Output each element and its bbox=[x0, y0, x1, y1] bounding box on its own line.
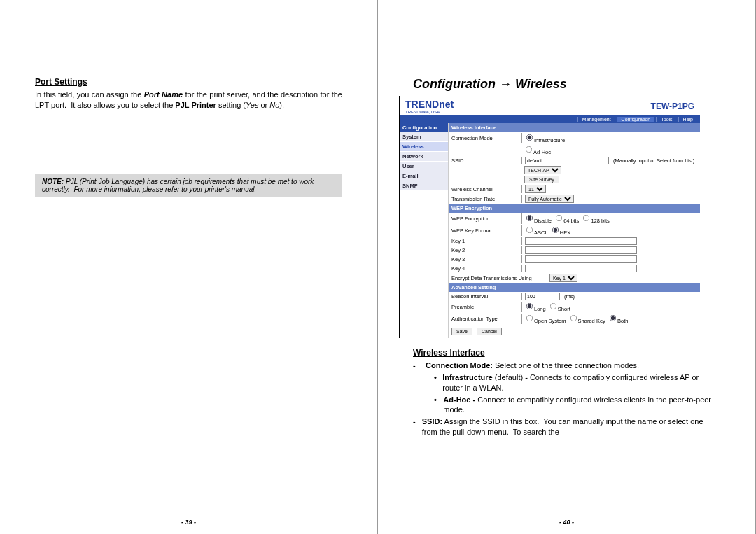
main-panel: Wireless Interface Connection Mode Infra… bbox=[449, 123, 700, 338]
encrypt-key-select[interactable]: Key 1 bbox=[550, 274, 578, 282]
infrastructure-desc: Infrastructure (default) - Connects to c… bbox=[442, 372, 720, 393]
key4-input[interactable] bbox=[525, 265, 637, 272]
label-ssid: SSID bbox=[451, 157, 522, 164]
label-preamble: Preamble bbox=[451, 304, 522, 310]
label-connection-mode: Connection Mode bbox=[451, 135, 522, 141]
port-settings-heading: Port Settings bbox=[35, 77, 342, 87]
sidebar-header: Configuration bbox=[400, 123, 448, 132]
router-interface-screenshot: TRENDnet TRENDware, USA TEW-P1PG Managem… bbox=[399, 96, 700, 338]
pjl-note-box: NOTE: PJL (Print Job Language) has certa… bbox=[35, 174, 342, 197]
nav-management[interactable]: Management bbox=[578, 117, 615, 122]
sidebar-item-system[interactable]: System bbox=[400, 132, 448, 142]
nav-configuration[interactable]: Configuration bbox=[617, 117, 655, 122]
brand-logo: TRENDnet TRENDware, USA bbox=[405, 99, 454, 114]
label-key3: Key 3 bbox=[451, 256, 522, 262]
radio-wep-64[interactable] bbox=[556, 215, 562, 221]
radio-preamble-short[interactable] bbox=[550, 303, 556, 309]
page-number-left: - 39 - bbox=[0, 519, 377, 526]
sidebar-item-network[interactable]: Network bbox=[400, 152, 448, 162]
section-wep: WEP Encryption bbox=[449, 204, 700, 213]
sidebar-item-user[interactable]: User bbox=[400, 162, 448, 171]
ssid-select[interactable]: TECH-AP bbox=[524, 166, 561, 174]
radio-preamble-long[interactable] bbox=[526, 303, 533, 309]
sidebar: Configuration System Wireless Network Us… bbox=[400, 123, 449, 338]
radio-both[interactable] bbox=[610, 315, 616, 321]
label-key1: Key 1 bbox=[451, 238, 522, 244]
site-survey-button[interactable]: Site Survey bbox=[524, 176, 559, 183]
section-advanced: Advanced Setting bbox=[449, 283, 700, 292]
nav-help[interactable]: Help bbox=[678, 117, 697, 122]
section-wireless-interface: Wireless Interface bbox=[449, 123, 700, 132]
label-auth-type: Authentication Type bbox=[451, 316, 522, 322]
key3-input[interactable] bbox=[525, 255, 637, 263]
beacon-input[interactable] bbox=[525, 293, 560, 300]
label-channel: Wireless Channel bbox=[451, 186, 522, 192]
label-encrypt-using: Encrypt Data Transmissions Using bbox=[451, 275, 550, 281]
port-settings-paragraph: In this field, you can assign the Port N… bbox=[35, 90, 342, 111]
key1-input[interactable] bbox=[525, 237, 637, 245]
radio-wep-disable[interactable] bbox=[526, 215, 533, 221]
radio-shared[interactable] bbox=[570, 315, 577, 321]
key2-input[interactable] bbox=[525, 246, 637, 254]
config-wireless-heading: Configuration → Wireless bbox=[413, 77, 720, 92]
sidebar-item-wireless[interactable]: Wireless bbox=[400, 142, 448, 152]
label-beacon: Beacon Interval bbox=[451, 293, 522, 300]
label-wep: WEP Encryption bbox=[451, 216, 522, 222]
ssid-hint: (Manually Input or Select from List) bbox=[613, 157, 694, 164]
label-key4: Key 4 bbox=[451, 265, 522, 272]
description-list: Connection Mode: Select one of the three… bbox=[413, 360, 720, 437]
save-button[interactable]: Save bbox=[451, 328, 472, 335]
radio-open[interactable] bbox=[526, 315, 533, 321]
right-page: Configuration → Wireless TRENDnet TRENDw… bbox=[378, 0, 756, 534]
nav-tools[interactable]: Tools bbox=[656, 117, 676, 122]
sidebar-item-email[interactable]: E-mail bbox=[400, 171, 448, 181]
channel-select[interactable]: 11 bbox=[525, 185, 546, 193]
model-label: TEW-P1PG bbox=[651, 101, 694, 111]
label-rate: Transmission Rate bbox=[451, 196, 522, 202]
radio-wep-128[interactable] bbox=[583, 215, 589, 221]
adhoc-desc: Ad-Hoc - Connect to compatibly configure… bbox=[443, 395, 720, 416]
connection-mode-desc: Connection Mode: Select one of the three… bbox=[426, 360, 639, 371]
page-number-right: - 40 - bbox=[378, 519, 755, 526]
label-key2: Key 2 bbox=[451, 247, 522, 253]
radio-hex[interactable] bbox=[552, 227, 559, 233]
radio-ascii[interactable] bbox=[526, 227, 533, 233]
top-nav: Management Configuration Tools Help bbox=[400, 115, 700, 123]
ssid-desc: SSID: Assign the SSID in this box. You c… bbox=[422, 416, 720, 437]
sidebar-item-snmp[interactable]: SNMP bbox=[400, 181, 448, 191]
rate-select[interactable]: Fully Automatic bbox=[525, 195, 574, 203]
left-page: Port Settings In this field, you can ass… bbox=[0, 0, 378, 534]
ssid-input[interactable] bbox=[525, 157, 609, 164]
cancel-button[interactable]: Cancel bbox=[477, 328, 502, 335]
radio-adhoc[interactable] bbox=[526, 146, 532, 153]
wireless-interface-heading: Wireless Interface bbox=[413, 348, 720, 358]
radio-infrastructure[interactable] bbox=[526, 134, 533, 141]
label-key-format: WEP Key Format bbox=[451, 227, 522, 234]
